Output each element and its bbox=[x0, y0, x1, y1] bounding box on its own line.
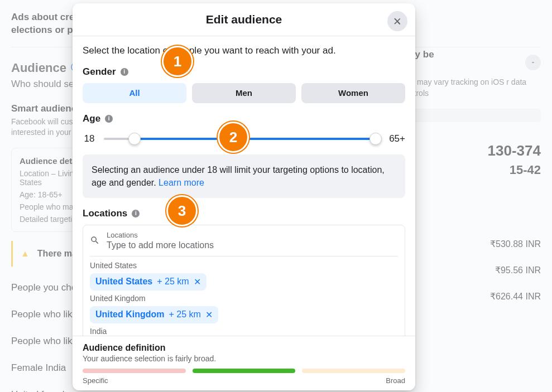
tracking-note: rted may vary tracking on iOS r data con… bbox=[401, 77, 541, 99]
learn-more-link[interactable]: Learn more bbox=[159, 178, 204, 187]
search-icon bbox=[90, 235, 100, 245]
warning-icon: ▲ bbox=[21, 249, 30, 259]
reach-estimate-2: 15-42 bbox=[401, 163, 541, 177]
modal-title: Edit audience bbox=[206, 13, 282, 26]
price-2: ₹95.56 INR bbox=[401, 265, 541, 275]
bar-seg-broad bbox=[302, 369, 405, 373]
age-min-value: 18 bbox=[83, 133, 96, 144]
age-note: Selecting an audience under 18 will limi… bbox=[83, 154, 405, 198]
chip-distance: + 25 km bbox=[157, 277, 189, 287]
audience-definition-sub: Your audience selection is fairly broad. bbox=[83, 354, 405, 363]
bar-seg-mid bbox=[193, 369, 296, 373]
gender-men-button[interactable]: Men bbox=[192, 83, 296, 103]
definition-labels: Specific Broad bbox=[83, 376, 405, 385]
info-icon: i bbox=[105, 115, 113, 123]
info-icon: i bbox=[121, 68, 128, 76]
chevron-up-icon bbox=[525, 55, 541, 70]
gender-all-button[interactable]: All bbox=[83, 83, 186, 103]
edit-audience-modal: Edit audience Select the location of peo… bbox=[73, 3, 415, 390]
bar-seg-specific bbox=[83, 369, 186, 373]
location-country-label: United States bbox=[90, 261, 398, 270]
remove-icon[interactable]: ✕ bbox=[194, 277, 201, 287]
slider-fill bbox=[135, 138, 376, 140]
locations-box: Locations United States United States + … bbox=[83, 225, 405, 336]
slider-handle-max[interactable] bbox=[369, 133, 382, 145]
age-slider[interactable] bbox=[104, 133, 381, 144]
price-1: ₹530.88 INR bbox=[401, 239, 541, 249]
specific-label: Specific bbox=[83, 376, 108, 385]
location-country-label: United Kingdom bbox=[90, 294, 398, 303]
location-input[interactable] bbox=[107, 240, 398, 250]
gender-segmented: All Men Women bbox=[83, 83, 405, 103]
placeholder-bar bbox=[401, 109, 541, 122]
audience-definition-bar bbox=[83, 369, 405, 373]
location-mini-label: Locations bbox=[107, 231, 398, 239]
location-chip-us[interactable]: United States + 25 km ✕ bbox=[90, 273, 207, 291]
instruction-text: Select the location of people you want t… bbox=[83, 45, 405, 56]
price-3: ₹626.44 INR bbox=[401, 291, 541, 302]
modal-footer: Audience definition Your audience select… bbox=[73, 336, 415, 390]
age-note-text: Selecting an audience under 18 will limi… bbox=[92, 165, 385, 187]
close-button[interactable] bbox=[387, 11, 407, 31]
close-icon bbox=[392, 16, 402, 26]
reach-estimate-1: 130-374 bbox=[401, 142, 541, 159]
chip-text: United States bbox=[95, 277, 152, 287]
remove-icon[interactable]: ✕ bbox=[205, 309, 213, 320]
maybe-text: may be bbox=[401, 49, 541, 60]
age-slider-row: 18 65+ bbox=[83, 133, 405, 144]
modal-header: Edit audience bbox=[73, 3, 415, 36]
modal-body: Select the location of people you want t… bbox=[73, 36, 415, 336]
locations-label: Locations i bbox=[83, 208, 405, 219]
info-icon: i bbox=[132, 210, 140, 217]
chip-text: United Kingdom bbox=[95, 309, 165, 320]
chip-distance: + 25 km bbox=[169, 309, 201, 320]
location-country-label: India bbox=[90, 327, 398, 336]
location-search: Locations bbox=[90, 231, 398, 257]
location-chip-uk[interactable]: United Kingdom + 25 km ✕ bbox=[90, 306, 218, 323]
broad-label: Broad bbox=[386, 376, 405, 385]
age-label: Age i bbox=[83, 113, 405, 124]
slider-handle-min[interactable] bbox=[128, 133, 141, 145]
right-column: may be rted may vary tracking on iOS r d… bbox=[401, 49, 541, 302]
audience-definition-heading: Audience definition bbox=[83, 343, 405, 353]
age-max-value: 65+ bbox=[389, 133, 405, 144]
gender-label: Gender i bbox=[83, 66, 405, 78]
gender-women-button[interactable]: Women bbox=[301, 83, 405, 103]
